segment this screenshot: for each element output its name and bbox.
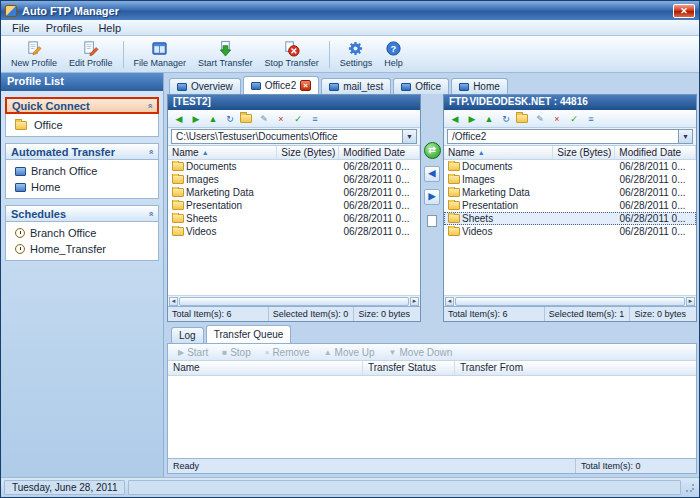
menu-file[interactable]: File [4, 21, 38, 35]
refresh-icon[interactable]: ↻ [222, 111, 238, 126]
column-size[interactable]: Size (Bytes) [553, 146, 615, 159]
file-row-selected[interactable]: Sheets06/28/2011 0... [444, 212, 696, 225]
section-header-schedules[interactable]: Schedules » [5, 205, 159, 222]
close-button[interactable]: ✕ [673, 4, 695, 18]
sidebar-item-label: Home_Transfer [30, 243, 106, 255]
scroll-right-icon[interactable]: ► [686, 297, 695, 306]
file-row[interactable]: Marketing Data06/28/2011 0... [444, 186, 696, 199]
menu-help[interactable]: Help [90, 21, 129, 35]
up-icon[interactable]: ▲ [481, 111, 497, 126]
view-icon[interactable]: ≡ [583, 111, 599, 126]
local-panel-toolbar: ◀ ▶ ▲ ↻ ✎ × ✓ ≡ [168, 110, 420, 128]
file-row[interactable]: Videos06/28/2011 0... [444, 225, 696, 238]
path-dropdown-icon[interactable]: ▼ [678, 129, 693, 144]
tab-office[interactable]: Office [393, 78, 449, 94]
title-bar: Auto FTP Manager ✕ [1, 1, 699, 20]
file-row[interactable]: Videos06/28/2011 0... [168, 225, 420, 238]
column-name[interactable]: Name▲ [444, 146, 553, 159]
stop-queue-button[interactable]: ■Stop [216, 347, 256, 358]
up-icon[interactable]: ▲ [205, 111, 221, 126]
move-down-button[interactable]: ▼Move Down [383, 347, 459, 358]
scrollbar-thumb[interactable] [455, 297, 685, 306]
sidebar-item-home[interactable]: Home [6, 179, 158, 195]
local-file-panel: [TEST2] ◀ ▶ ▲ ↻ ✎ × ✓ ≡ C:\Users\Testuse… [167, 94, 421, 322]
back-icon[interactable]: ◀ [171, 111, 187, 126]
new-folder-icon[interactable] [239, 111, 255, 126]
select-all-icon[interactable]: ✓ [290, 111, 306, 126]
section-header-automated-transfer[interactable]: Automated Transfer » [5, 143, 159, 160]
sidebar-item-branch-office[interactable]: Branch Office [6, 163, 158, 179]
select-all-icon[interactable]: ✓ [566, 111, 582, 126]
transfer-left-button[interactable]: ◀ [424, 166, 440, 182]
queue-column-status[interactable]: Transfer Status [363, 361, 455, 375]
file-row[interactable]: Documents06/28/2011 0... [444, 160, 696, 173]
forward-icon[interactable]: ▶ [188, 111, 204, 126]
forward-icon[interactable]: ▶ [464, 111, 480, 126]
collapse-chevron-icon[interactable]: » [144, 103, 154, 108]
collapse-chevron-icon[interactable]: » [145, 149, 155, 154]
queue-column-from[interactable]: Transfer From [455, 361, 696, 375]
scroll-left-icon[interactable]: ◄ [445, 297, 454, 306]
horizontal-scrollbar[interactable]: ◄ ► [168, 295, 420, 306]
column-modified[interactable]: Modified Date [339, 146, 420, 159]
resize-grip[interactable] [684, 482, 696, 494]
tab-overview[interactable]: Overview [169, 78, 241, 94]
back-icon[interactable]: ◀ [447, 111, 463, 126]
rename-icon[interactable]: ✎ [532, 111, 548, 126]
view-icon[interactable]: ≡ [307, 111, 323, 126]
close-tab-icon[interactable]: × [300, 80, 311, 91]
help-button[interactable]: ? Help [378, 39, 409, 69]
queue-column-name[interactable]: Name [168, 361, 363, 375]
column-size[interactable]: Size (Bytes) [277, 146, 339, 159]
new-profile-label: New Profile [11, 58, 57, 68]
remove-queue-button[interactable]: ×Remove [259, 347, 316, 358]
start-transfer-button[interactable]: Start Transfer [192, 39, 259, 69]
file-row[interactable]: Sheets06/28/2011 0... [168, 212, 420, 225]
tab-mail-test[interactable]: mail_test [321, 78, 391, 94]
settings-button[interactable]: Settings [334, 39, 379, 69]
tab-label: mail_test [343, 81, 383, 92]
file-row[interactable]: Marketing Data06/28/2011 0... [168, 186, 420, 199]
delete-icon[interactable]: × [549, 111, 565, 126]
new-folder-icon[interactable] [515, 111, 531, 126]
scroll-left-icon[interactable]: ◄ [169, 297, 178, 306]
file-row[interactable]: Images06/28/2011 0... [168, 173, 420, 186]
tab-transfer-queue[interactable]: Transfer Queue [206, 325, 292, 343]
queue-page-icon[interactable] [427, 215, 437, 227]
menu-profiles[interactable]: Profiles [38, 21, 91, 35]
file-row[interactable]: Documents06/28/2011 0... [168, 160, 420, 173]
horizontal-scrollbar[interactable]: ◄ ► [444, 295, 696, 306]
new-profile-button[interactable]: New Profile [5, 39, 63, 69]
file-manager-button[interactable]: File Manager [128, 39, 193, 69]
scrollbar-thumb[interactable] [179, 297, 409, 306]
tab-log[interactable]: Log [171, 327, 204, 343]
remote-path-input[interactable]: /Office2 [447, 129, 678, 144]
stop-transfer-button[interactable]: Stop Transfer [259, 39, 325, 69]
scroll-right-icon[interactable]: ► [410, 297, 419, 306]
file-row[interactable]: Presentation06/28/2011 0... [444, 199, 696, 212]
section-header-quick-connect[interactable]: Quick Connect » [5, 97, 159, 114]
collapse-chevron-icon[interactable]: » [145, 211, 155, 216]
file-row[interactable]: Presentation06/28/2011 0... [168, 199, 420, 212]
column-name[interactable]: Name▲ [168, 146, 277, 159]
file-row[interactable]: Images06/28/2011 0... [444, 173, 696, 186]
sidebar-item-home-transfer[interactable]: Home_Transfer [6, 241, 158, 257]
path-dropdown-icon[interactable]: ▼ [402, 129, 417, 144]
monitor-icon [329, 83, 339, 91]
tab-office2[interactable]: Office2 × [243, 76, 320, 94]
sidebar-item-branch-office-schedule[interactable]: Branch Office [6, 225, 158, 241]
move-up-button[interactable]: ▲Move Up [318, 347, 381, 358]
rename-icon[interactable]: ✎ [256, 111, 272, 126]
sidebar-item-office[interactable]: Office [6, 117, 158, 133]
transfer-right-button[interactable]: ▶ [424, 189, 440, 205]
refresh-icon[interactable]: ↻ [498, 111, 514, 126]
section-automated-transfer: Automated Transfer » Branch Office Home [5, 143, 159, 199]
connect-sync-button[interactable]: ⇄ [424, 142, 441, 159]
local-path-input[interactable]: C:\Users\Testuser\Documents\Office [171, 129, 402, 144]
tab-home[interactable]: Home [451, 78, 508, 94]
start-queue-button[interactable]: ▶Start [172, 347, 214, 358]
delete-icon[interactable]: × [273, 111, 289, 126]
edit-profile-button[interactable]: Edit Profile [63, 39, 119, 69]
column-modified[interactable]: Modified Date [615, 146, 696, 159]
remote-panel-title: FTP.VIDEODESK.NET : 44816 [444, 95, 696, 110]
